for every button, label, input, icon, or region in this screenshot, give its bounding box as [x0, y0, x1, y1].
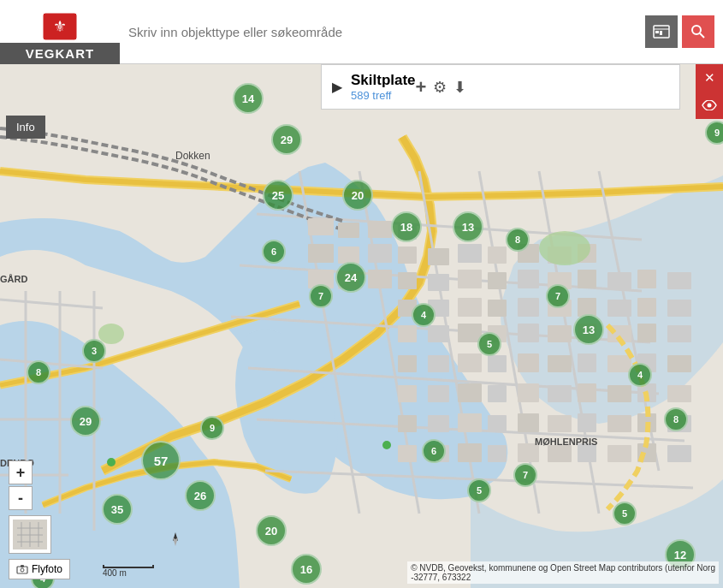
cluster-c11[interactable]: 7 [309, 284, 333, 308]
scale-bar: 400 m [103, 565, 154, 578]
svg-rect-39 [458, 270, 482, 288]
cluster-c26[interactable]: 8 [664, 407, 688, 431]
svg-rect-51 [518, 298, 539, 317]
svg-rect-72 [548, 355, 572, 372]
attribution: © NVDB, Geovekst, kommunene og Open Stre… [407, 561, 719, 584]
eye-button[interactable] [696, 92, 723, 119]
svg-rect-81 [518, 383, 539, 402]
svg-rect-100 [488, 445, 507, 462]
svg-rect-116 [655, 31, 659, 33]
flyfoto-button[interactable]: Flyfoto [9, 559, 70, 579]
svg-rect-43 [578, 270, 596, 288]
svg-rect-58 [428, 325, 449, 342]
map-container: Dokken MØHLENPRIS DENBØ GÅRD Jóhannes ⚜ … [0, 0, 723, 588]
svg-rect-30 [488, 246, 507, 264]
search-bar [120, 0, 723, 64]
add-button[interactable]: + [416, 76, 427, 98]
svg-rect-93 [578, 413, 596, 432]
cluster-c31[interactable]: 16 [291, 554, 322, 585]
cluster-c25[interactable]: 29 [70, 406, 101, 437]
cluster-c13[interactable]: 7 [546, 284, 570, 308]
svg-rect-21 [338, 223, 359, 238]
cluster-c19[interactable]: 9 [705, 121, 723, 145]
cluster-c4[interactable]: 25 [263, 180, 293, 211]
cluster-c23[interactable]: 5 [467, 478, 491, 502]
svg-rect-89 [458, 413, 482, 432]
cluster-c5[interactable]: 20 [342, 180, 373, 211]
svg-rect-84 [607, 385, 631, 402]
info-button[interactable]: Info [6, 116, 45, 139]
svg-rect-27 [398, 246, 417, 264]
svg-rect-22 [368, 221, 392, 238]
svg-line-119 [700, 33, 704, 38]
settings-button[interactable]: ⚙ [433, 76, 447, 98]
cluster-c22[interactable]: 7 [513, 463, 537, 487]
cluster-c16[interactable]: 5 [477, 332, 501, 356]
svg-rect-28 [428, 248, 449, 265]
map-thumbnail [9, 515, 51, 554]
cluster-c9[interactable]: 6 [262, 240, 286, 264]
search-button[interactable] [682, 15, 714, 48]
cluster-c8[interactable]: 8 [506, 228, 530, 252]
svg-point-129 [21, 568, 24, 572]
svg-rect-38 [428, 274, 449, 291]
svg-rect-94 [607, 415, 631, 432]
area-label-mohlenpris: MØHLENPRIS [535, 437, 597, 447]
svg-rect-46 [667, 272, 691, 289]
cluster-c20[interactable]: 9 [200, 416, 224, 440]
svg-rect-44 [607, 272, 631, 289]
cluster-c18[interactable]: 8 [27, 360, 50, 384]
svg-rect-99 [458, 443, 482, 462]
cluster-c12[interactable]: 4 [412, 303, 436, 327]
play-button[interactable]: ▶ [332, 79, 342, 95]
svg-rect-50 [488, 300, 507, 317]
svg-point-118 [692, 26, 701, 34]
map-icon-button[interactable] [645, 15, 678, 48]
svg-rect-66 [667, 325, 691, 342]
svg-rect-62 [548, 325, 572, 342]
svg-rect-54 [607, 300, 631, 317]
svg-rect-61 [518, 324, 539, 342]
svg-rect-88 [428, 415, 449, 432]
svg-rect-36 [368, 270, 392, 288]
svg-rect-24 [308, 244, 334, 263]
svg-rect-55 [637, 298, 656, 317]
search-input[interactable] [128, 25, 645, 39]
svg-point-107 [539, 231, 590, 265]
svg-point-109 [382, 441, 391, 449]
right-buttons: ✕ [696, 64, 723, 119]
cluster-c24[interactable]: 5 [613, 502, 637, 526]
cluster-c14[interactable]: 13 [573, 314, 604, 345]
cluster-c29[interactable]: 35 [102, 494, 133, 525]
vegkart-label: VEGKART [0, 43, 120, 64]
svg-rect-90 [488, 415, 507, 432]
cluster-c30[interactable]: 20 [256, 515, 287, 546]
result-actions: + ⚙ ⬇ [416, 76, 467, 98]
cluster-c17[interactable]: 3 [82, 339, 106, 363]
cluster-c28[interactable]: 26 [185, 480, 216, 511]
close-panel-button[interactable]: ✕ [696, 64, 723, 92]
svg-rect-97 [398, 445, 417, 462]
bottom-controls: + - Flyfoto [9, 460, 70, 579]
svg-rect-78 [428, 385, 449, 402]
svg-rect-91 [518, 413, 539, 432]
zoom-out-button[interactable]: - [9, 486, 33, 510]
svg-rect-20 [308, 218, 334, 235]
search-icons [645, 15, 714, 48]
cluster-c2[interactable]: 14 [233, 83, 264, 114]
download-button[interactable]: ⬇ [453, 76, 466, 98]
scale-text: 400 m [103, 568, 127, 578]
cluster-c7[interactable]: 13 [453, 211, 483, 242]
svg-point-110 [107, 458, 116, 466]
zoom-in-button[interactable]: + [9, 460, 33, 484]
cluster-c3[interactable]: 29 [271, 124, 302, 155]
result-info: Skiltplate 589 treff [351, 72, 416, 102]
cluster-c10[interactable]: 24 [335, 262, 366, 293]
flyfoto-label: Flyfoto [32, 563, 62, 575]
svg-rect-29 [458, 244, 482, 263]
cluster-c15[interactable]: 4 [628, 363, 652, 387]
cluster-c27[interactable]: 57 [141, 441, 181, 480]
cluster-c6[interactable]: 18 [391, 211, 422, 242]
svg-rect-49 [458, 298, 482, 317]
cluster-c21[interactable]: 6 [422, 439, 446, 463]
